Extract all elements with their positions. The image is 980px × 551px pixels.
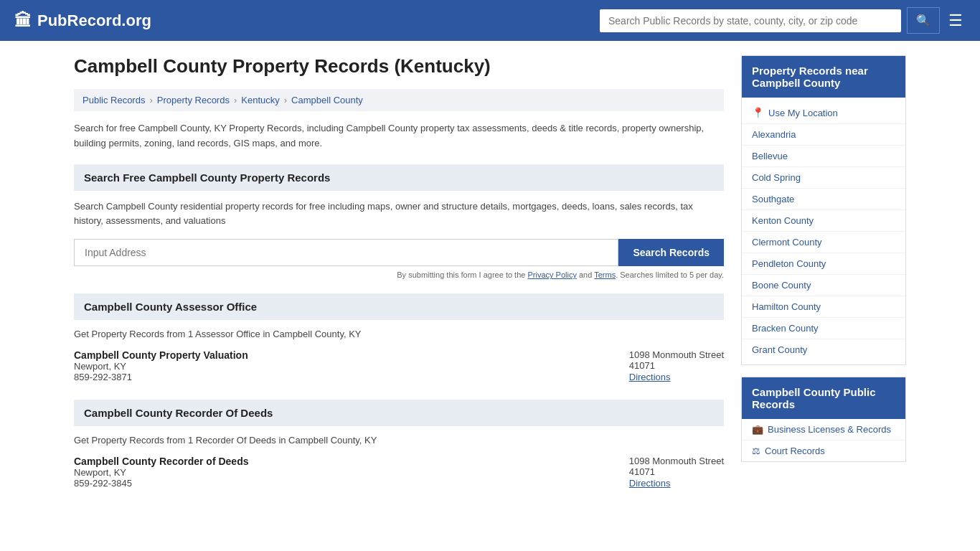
sidebar-item-label: Kenton County (752, 215, 814, 226)
sidebar-item-label: Pendleton County (752, 258, 826, 269)
sidebar-nearby-body: 📍 Use My Location Alexandria Bellevue Co… (742, 98, 905, 364)
sidebar-public-records-header: Campbell County Public Records (742, 377, 905, 419)
disclaimer-end: . Searches limited to 5 per day. (616, 270, 724, 279)
sidebar-item-southgate[interactable]: Southgate (742, 189, 905, 210)
recorder-office-phone: 859-292-3845 (74, 478, 249, 489)
site-header: 🏛 PubRecord.org 🔍 ☰ (0, 0, 980, 41)
sidebar-item-hamilton-county[interactable]: Hamilton County (742, 296, 905, 318)
logo-text: PubRecord.org (37, 11, 151, 30)
sidebar-item-label: Southgate (752, 194, 794, 204)
sidebar-item-alexandria[interactable]: Alexandria (742, 124, 905, 146)
recorder-directions-link[interactable]: Directions (629, 478, 671, 489)
assessor-office-zip: 41071 (629, 360, 724, 371)
search-form-row: Search Records (74, 239, 724, 266)
page-title: Campbell County Property Records (Kentuc… (74, 55, 724, 77)
sidebar-item-boone-county[interactable]: Boone County (742, 275, 905, 296)
breadcrumb-sep-2: › (234, 95, 237, 105)
disclaimer-text: By submitting this form I agree to the (397, 270, 527, 279)
assessor-office-right: 1098 Monmouth Street 41071 Directions (629, 349, 724, 382)
assessor-directions-link[interactable]: Directions (629, 372, 671, 382)
recorder-office-name: Campbell County Recorder of Deeds (74, 456, 249, 467)
sidebar-item-label: Bellevue (752, 151, 788, 161)
sidebar-item-pendleton-county[interactable]: Pendleton County (742, 253, 905, 275)
building-icon: 🏛 (14, 11, 32, 31)
sidebar-business-licenses[interactable]: 💼 Business Licenses & Records (742, 419, 905, 441)
sidebar-pub-item-label: Business Licenses & Records (768, 424, 891, 435)
breadcrumb-campbell-county[interactable]: Campbell County (291, 95, 363, 105)
sidebar-item-label: Alexandria (752, 129, 796, 140)
sidebar-item-label: Clermont County (752, 237, 822, 248)
assessor-office-address: 1098 Monmouth Street (629, 349, 724, 360)
recorder-section: Campbell County Recorder Of Deeds Get Pr… (74, 400, 724, 491)
sidebar-pub-item-label: Court Records (765, 446, 825, 456)
hamburger-menu-button[interactable]: ☰ (946, 11, 966, 30)
disclaimer-and: and (577, 270, 594, 279)
address-input[interactable] (74, 239, 618, 266)
assessor-office-name: Campbell County Property Valuation (74, 349, 248, 361)
breadcrumb-property-records[interactable]: Property Records (157, 95, 230, 105)
global-search-input[interactable] (600, 9, 901, 32)
intro-text: Search for free Campbell County, KY Prop… (74, 121, 724, 151)
sidebar-item-label: Cold Spring (752, 172, 801, 183)
site-logo[interactable]: 🏛 PubRecord.org (14, 11, 151, 31)
location-pin-icon: 📍 (752, 107, 764, 118)
sidebar-item-bellevue[interactable]: Bellevue (742, 146, 905, 167)
briefcase-icon: 💼 (752, 424, 763, 435)
sidebar-item-label: Grant County (752, 344, 807, 355)
breadcrumb-sep-1: › (149, 95, 152, 105)
global-search-button[interactable]: 🔍 (907, 7, 940, 34)
recorder-office-city: Newport, KY (74, 467, 249, 478)
main-content: Campbell County Property Records (Kentuc… (74, 55, 724, 506)
assessor-description: Get Property Records from 1 Assessor Off… (74, 329, 724, 339)
sidebar-item-label: Boone County (752, 280, 811, 291)
search-records-button[interactable]: Search Records (618, 239, 724, 266)
sidebar-nearby-box: Property Records near Campbell County 📍 … (741, 55, 906, 365)
sidebar-item-bracken-county[interactable]: Bracken County (742, 318, 905, 339)
assessor-office-left: Campbell County Property Valuation Newpo… (74, 349, 248, 382)
search-section-header: Search Free Campbell County Property Rec… (74, 164, 724, 191)
sidebar-item-label: Bracken County (752, 323, 819, 334)
recorder-section-header: Campbell County Recorder Of Deeds (74, 400, 724, 426)
sidebar-public-records-box: Campbell County Public Records 💼 Busines… (741, 377, 906, 462)
breadcrumb-sep-3: › (284, 95, 287, 105)
sidebar-item-grant-county[interactable]: Grant County (742, 339, 905, 360)
sidebar-item-label: Hamilton County (752, 301, 821, 312)
search-description: Search Campbell County residential prope… (74, 199, 724, 230)
main-container: Campbell County Property Records (Kentuc… (60, 41, 920, 520)
breadcrumb: Public Records › Property Records › Kent… (74, 89, 724, 111)
sidebar: Property Records near Campbell County 📍 … (741, 55, 906, 506)
recorder-office-left: Campbell County Recorder of Deeds Newpor… (74, 456, 249, 489)
privacy-policy-link[interactable]: Privacy Policy (527, 270, 576, 279)
assessor-office-city: Newport, KY (74, 361, 248, 372)
recorder-office-zip: 41071 (629, 466, 724, 477)
sidebar-nearby-header: Property Records near Campbell County (742, 56, 905, 98)
search-icon: 🔍 (916, 14, 930, 27)
scales-icon: ⚖ (752, 446, 760, 456)
sidebar-item-clermont-county[interactable]: Clermont County (742, 232, 905, 253)
sidebar-item-cold-spring[interactable]: Cold Spring (742, 167, 905, 189)
recorder-office-address: 1098 Monmouth Street (629, 456, 724, 466)
assessor-office-entry: Campbell County Property Valuation Newpo… (74, 349, 724, 385)
recorder-office-entry: Campbell County Recorder of Deeds Newpor… (74, 456, 724, 491)
form-disclaimer: By submitting this form I agree to the P… (74, 270, 724, 279)
assessor-office-phone: 859-292-3871 (74, 372, 248, 382)
header-search-area: 🔍 ☰ (600, 7, 966, 34)
assessor-section-header: Campbell County Assessor Office (74, 293, 724, 320)
sidebar-item-kenton-county[interactable]: Kenton County (742, 210, 905, 232)
assessor-section: Campbell County Assessor Office Get Prop… (74, 293, 724, 385)
recorder-description: Get Property Records from 1 Recorder Of … (74, 435, 724, 446)
hamburger-icon: ☰ (948, 11, 963, 29)
terms-link[interactable]: Terms (594, 270, 616, 279)
recorder-office-right: 1098 Monmouth Street 41071 Directions (629, 456, 724, 489)
breadcrumb-kentucky[interactable]: Kentucky (241, 95, 279, 105)
sidebar-public-records-body: 💼 Business Licenses & Records ⚖ Court Re… (742, 419, 905, 461)
sidebar-court-records[interactable]: ⚖ Court Records (742, 441, 905, 461)
use-location-label: Use My Location (768, 108, 838, 118)
sidebar-use-location[interactable]: 📍 Use My Location (742, 102, 905, 124)
breadcrumb-public-records[interactable]: Public Records (83, 95, 145, 105)
